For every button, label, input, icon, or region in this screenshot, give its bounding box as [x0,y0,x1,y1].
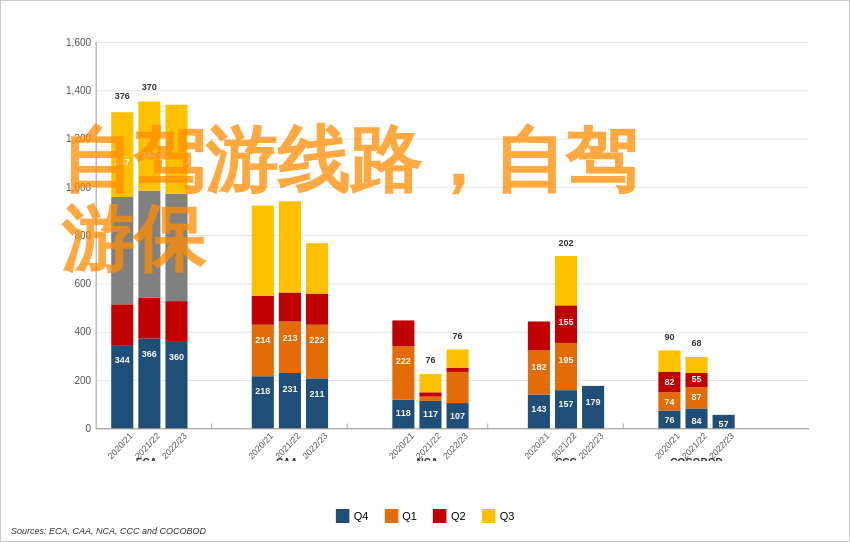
svg-rect-82 [433,509,447,523]
svg-text:231: 231 [282,384,297,394]
legend-q1-swatch [384,509,398,523]
legend-q4-swatch [336,509,350,523]
svg-text:364: 364 [142,150,158,160]
bar-caa-2022-Q4 [306,378,328,428]
svg-text:1,200: 1,200 [66,133,91,144]
svg-text:76: 76 [425,355,435,365]
bar-caa-2021-Q1 [279,321,301,373]
svg-text:NCA: NCA [417,457,439,461]
bar-caa-2020-Q4 [252,376,274,429]
svg-text:107: 107 [450,411,465,421]
bar-ccc-2021-Q1 [555,343,577,390]
svg-text:ECA: ECA [136,457,158,461]
svg-text:222: 222 [396,356,411,366]
svg-text:143: 143 [531,403,546,413]
legend-q1-label: Q1 [402,510,417,522]
bar-nca-2022-Q1 [447,372,469,403]
svg-text:360: 360 [169,352,184,362]
main-chart-svg: 0 200 400 600 800 1,000 1,200 1,400 1,60… [56,21,819,461]
svg-text:2020/21: 2020/21 [106,431,135,461]
bar-ccc-2020-Q2 [528,321,550,350]
svg-text:76: 76 [453,330,463,340]
svg-text:CAA: CAA [276,457,298,461]
bar-eca-2022-Q3gray [165,194,187,301]
sources-text: Sources: ECA, CAA, NCA, CCC and COCOBOD [11,526,206,536]
bar-ccc-2021-Q4 [555,390,577,429]
bar-caa-2021-Q2 [279,293,301,322]
bar-eca-2020-Q2 [111,304,133,345]
legend-q2-swatch [433,509,447,523]
svg-text:119: 119 [531,302,546,312]
svg-rect-80 [336,509,350,523]
svg-text:370: 370 [142,81,157,91]
svg-text:87: 87 [691,392,701,402]
svg-text:84: 84 [691,416,702,426]
svg-text:2022/23: 2022/23 [160,431,189,461]
svg-text:179: 179 [586,397,601,407]
svg-text:218: 218 [255,386,270,396]
svg-text:200: 200 [74,374,91,385]
svg-text:2020/21: 2020/21 [387,431,416,461]
bar-caa-2020-Q2 [252,296,274,325]
svg-text:68: 68 [691,338,701,348]
bar-caa-2021-Q4 [279,373,301,429]
svg-rect-83 [482,509,496,523]
legend-q4: Q4 [336,509,369,523]
svg-text:157: 157 [558,399,573,409]
svg-text:211: 211 [309,388,324,398]
svg-text:214: 214 [255,335,271,345]
svg-text:1,400: 1,400 [66,85,91,96]
bar-eca-2020-Q3gray [111,197,133,304]
bar-caa-2020-Q1 [252,325,274,377]
bar-nca-2022-Q3 [447,349,469,367]
svg-text:2022/23: 2022/23 [301,431,330,461]
bar-ccc-2022-Q4 [582,386,604,429]
svg-text:600: 600 [74,278,91,289]
svg-text:366: 366 [142,349,157,359]
bar-eca-2022-Q2 [165,301,187,342]
svg-text:400: 400 [74,326,91,337]
svg-text:76: 76 [664,415,674,425]
bar-nca-2022-Q2 [447,368,469,372]
bar-caa-2021-Q3 [279,201,301,292]
chart-container: 自驾游线路，自驾游保 0 200 400 600 800 1,000 1,200 [0,0,850,542]
bar-eca-2022-Q3 [165,105,187,194]
svg-text:800: 800 [74,230,91,241]
bar-nca-2021-Q2 [419,392,441,396]
svg-text:117: 117 [423,409,438,419]
legend-q2-label: Q2 [451,510,466,522]
bar-caa-2022-Q3 [306,243,328,293]
bar-eca-2021-Q3 [138,101,160,190]
bar-eca-2021-Q3gray [138,191,160,298]
svg-text:222: 222 [309,335,324,345]
chart-area: 0 200 400 600 800 1,000 1,200 1,400 1,60… [56,21,819,461]
bar-caa-2022-Q1 [306,325,328,379]
svg-text:1,600: 1,600 [66,36,91,47]
svg-text:57: 57 [719,418,729,428]
bar-nca-2021-Q1 [419,397,441,401]
legend-q3: Q3 [482,509,515,523]
svg-text:90: 90 [664,331,674,341]
svg-text:55: 55 [691,373,701,383]
legend-q3-label: Q3 [500,510,515,522]
svg-text:357: 357 [115,157,130,167]
svg-text:376: 376 [115,91,130,101]
svg-text:155: 155 [558,316,573,326]
svg-text:74: 74 [664,397,675,407]
bar-cocobod-2021-Q3 [685,357,707,373]
svg-text:182: 182 [531,362,546,372]
svg-text:344: 344 [115,355,131,365]
svg-text:2022/23: 2022/23 [441,431,470,461]
legend-q1: Q1 [384,509,417,523]
svg-text:118: 118 [396,408,411,418]
bar-nca-2020-Q1 [392,346,414,400]
svg-text:COCOBOD: COCOBOD [670,457,723,461]
svg-text:2020/21: 2020/21 [246,431,275,461]
svg-rect-81 [384,509,398,523]
bar-ccc-2020-Q1 [528,350,550,394]
bar-ccc-2021-Q3 [555,256,577,305]
bar-cocobod-2020-Q3 [658,350,680,371]
svg-text:CCC: CCC [555,457,577,461]
bar-eca-2020-Q3 [111,112,133,197]
svg-text:2020/21: 2020/21 [523,431,552,461]
